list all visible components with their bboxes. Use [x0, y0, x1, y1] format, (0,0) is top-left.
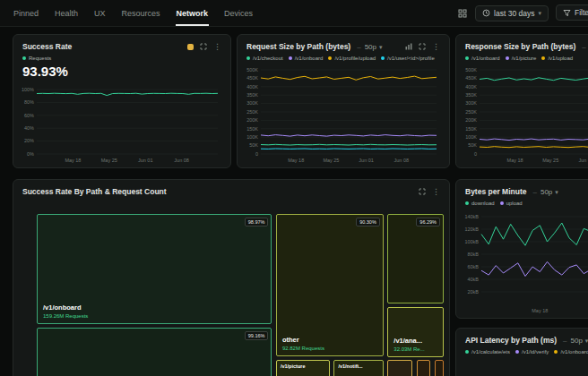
- svg-text:350K: 350K: [246, 92, 258, 98]
- treemap-node-label: /v1/ana...: [393, 337, 424, 345]
- legend-item[interactable]: /v1/calculate/ets: [465, 349, 510, 355]
- nav-tab-devices[interactable]: Devices: [223, 0, 254, 26]
- svg-text:500K: 500K: [246, 67, 258, 73]
- svg-text:0: 0: [255, 151, 258, 157]
- legend-item[interactable]: /v1/upload: [541, 56, 573, 61]
- svg-text:40kB: 40kB: [467, 277, 479, 282]
- svg-text:200K: 200K: [246, 117, 258, 123]
- expand-icon[interactable]: [200, 43, 207, 50]
- kebab-menu-icon[interactable]: ⋮: [432, 188, 440, 196]
- svg-text:450K: 450K: [465, 75, 477, 81]
- navbar-controls: last 30 days ▾: [458, 5, 549, 21]
- svg-text:400K: 400K: [246, 84, 258, 90]
- legend-label: /v1/user/<id>/profile: [387, 56, 435, 61]
- svg-text:50K: 50K: [468, 142, 477, 148]
- legend-dot: [506, 56, 509, 60]
- card-title: Success Rate By Path & Request Count: [22, 187, 167, 196]
- success-rate-value: 93.93%: [13, 61, 230, 79]
- legend-dot: [289, 56, 292, 60]
- kebab-menu-icon[interactable]: ⋮: [432, 43, 440, 51]
- svg-text:150K: 150K: [465, 126, 477, 132]
- svg-text:250K: 250K: [246, 109, 258, 115]
- legend-item[interactable]: /v1/checkout: [246, 56, 283, 61]
- percentile-select[interactable]: 50p ▾: [357, 43, 382, 51]
- apps-grid-icon[interactable]: [458, 9, 467, 18]
- svg-text:Jun 08: Jun 08: [174, 158, 189, 163]
- success-rate-card: Success Rate ⋮ Requests 93.93% 100%80%60…: [13, 34, 231, 168]
- legend-item[interactable]: /v1/onboard: [289, 56, 324, 61]
- percentile-select[interactable]: 50p ▾: [533, 188, 558, 196]
- nav-tab-network[interactable]: Network: [176, 0, 210, 26]
- legend-item[interactable]: /v1/user/<id>/profile: [381, 56, 435, 61]
- treemap-node[interactable]: 96.29%: [387, 214, 444, 303]
- request-size-card: Request Size by Path (bytes) 50p ▾ ⋮ /v1…: [237, 34, 450, 168]
- filter-button[interactable]: Filter/Config: [556, 4, 588, 21]
- nav-tab-health[interactable]: Health: [54, 0, 79, 26]
- alert-indicator-icon[interactable]: [187, 44, 194, 50]
- treemap-node-label: /v1/notifi...: [338, 363, 362, 369]
- kebab-menu-icon[interactable]: ⋮: [213, 43, 221, 51]
- treemap-node[interactable]: /v1/picture: [276, 360, 330, 376]
- card-title: Request Size by Path (bytes): [246, 42, 350, 51]
- percentile-select[interactable]: 50p ▾: [582, 43, 588, 51]
- treemap-node-text: /v1/notifi...: [338, 363, 362, 369]
- treemap-node[interactable]: 90.30%other92.82M Requests: [276, 214, 384, 356]
- svg-text:200K: 200K: [465, 117, 477, 123]
- nav-tab-resources[interactable]: Resources: [121, 0, 161, 26]
- chevron-down-icon: ▾: [538, 10, 541, 16]
- treemap-node[interactable]: 99.16%: [37, 328, 272, 376]
- expand-icon[interactable]: [419, 43, 426, 50]
- svg-text:May 18: May 18: [532, 308, 548, 313]
- chart-type-icon[interactable]: [405, 43, 412, 50]
- legend-item[interactable]: download: [465, 201, 495, 206]
- svg-text:0: 0: [474, 151, 477, 157]
- legend-label: /v1/picture: [512, 56, 537, 61]
- treemap-node-requests: 92.82M Requests: [282, 346, 324, 351]
- clock-icon: [482, 9, 490, 17]
- chart-legend: /v1/checkout/v1/onboard/v1/profile/uploa…: [238, 53, 449, 61]
- svg-text:May 18: May 18: [65, 158, 81, 163]
- treemap-node[interactable]: [387, 360, 412, 376]
- treemap-node[interactable]: /v1/ana...32.03M Re...: [387, 307, 444, 357]
- legend-dot: [22, 56, 26, 60]
- legend-item[interactable]: /v1/onboard: [465, 56, 500, 61]
- legend-item[interactable]: upload: [500, 201, 523, 206]
- legend-dot: [465, 201, 469, 205]
- svg-text:300K: 300K: [465, 100, 477, 106]
- legend-dot: [465, 350, 469, 354]
- treemap-node-label: /v1/picture: [281, 363, 306, 369]
- svg-text:60kB: 60kB: [467, 264, 479, 269]
- card-header: Bytes per Minute 50p ▾ ⋮: [456, 180, 588, 198]
- expand-icon[interactable]: [419, 188, 426, 195]
- legend-label: /v1/id/verify: [522, 349, 549, 355]
- treemap-node-text: /v1/onboard159.26M Requests: [43, 303, 88, 319]
- legend-item[interactable]: Requests: [22, 56, 51, 61]
- treemap-node[interactable]: [435, 360, 444, 376]
- treemap-node[interactable]: [417, 360, 430, 376]
- legend-item[interactable]: /v1/id/verify: [515, 349, 549, 355]
- svg-text:100K: 100K: [465, 134, 477, 140]
- legend-item[interactable]: /v1/onboard: [554, 349, 588, 355]
- nav-tab-ux[interactable]: UX: [93, 0, 107, 26]
- time-range-select[interactable]: last 30 days ▾: [475, 5, 549, 21]
- legend-item[interactable]: /v1/picture: [506, 56, 537, 61]
- legend-item[interactable]: /v1/profile/upload: [328, 56, 376, 61]
- treemap-node[interactable]: /v1/notifi...: [333, 360, 383, 376]
- svg-text:Jun 08: Jun 08: [394, 158, 410, 163]
- success-rate-badge: 98.97%: [245, 218, 269, 226]
- nav-tabs: PinnedHealthUXResourcesNetworkDevices: [13, 0, 254, 26]
- funnel-icon: [563, 9, 571, 17]
- nav-tab-pinned[interactable]: Pinned: [13, 0, 39, 26]
- treemap-node[interactable]: 98.97%/v1/onboard159.26M Requests: [37, 214, 272, 324]
- legend-label: /v1/onboard: [471, 56, 500, 61]
- legend-label: /v1/checkout: [253, 56, 283, 61]
- svg-text:May 18: May 18: [288, 158, 304, 163]
- percentile-select[interactable]: 50p ▾: [563, 337, 588, 345]
- svg-text:Jun 01: Jun 01: [138, 158, 153, 163]
- svg-text:80kB: 80kB: [467, 252, 479, 257]
- bytes-per-minute-card: Bytes per Minute 50p ▾ ⋮ downloadupload …: [455, 179, 588, 319]
- svg-text:500K: 500K: [465, 67, 477, 73]
- legend-dot: [515, 350, 519, 354]
- svg-text:300K: 300K: [246, 100, 258, 106]
- network-dashboard: { "colors":{"accent_green":"#34d399","pu…: [0, 0, 588, 376]
